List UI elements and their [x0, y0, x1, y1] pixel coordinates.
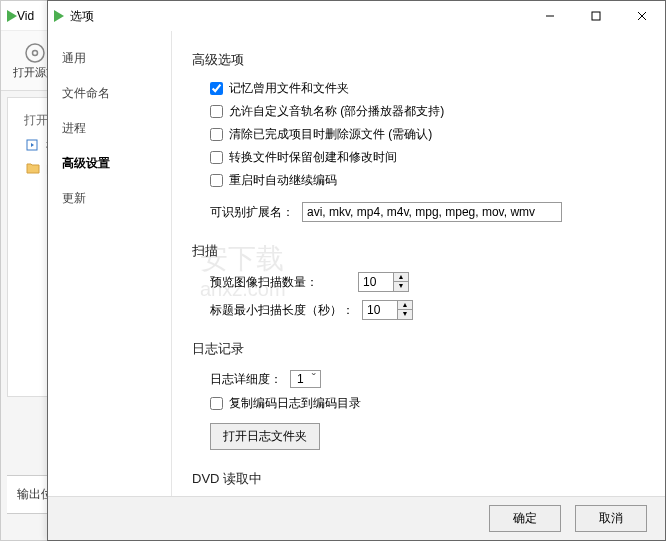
dialog-title: 选项 [70, 8, 94, 25]
min-len-input[interactable] [363, 301, 397, 319]
adv-title: 高级选项 [192, 51, 645, 69]
ext-label: 可识别扩展名： [210, 204, 294, 221]
sidebar-item-general[interactable]: 通用 [48, 41, 171, 76]
remember-checkbox[interactable] [210, 82, 223, 95]
close-button[interactable] [619, 1, 665, 31]
preview-count-spinner[interactable]: ▲▼ [358, 272, 409, 292]
custom-audio-label: 允许自定义音轨名称 (部分播放器都支持) [229, 103, 444, 120]
sidebar-item-process[interactable]: 进程 [48, 111, 171, 146]
keep-times-label: 转换文件时保留创建和修改时间 [229, 149, 397, 166]
spin-up-icon[interactable]: ▲ [394, 273, 408, 282]
open-log-folder-button[interactable]: 打开日志文件夹 [210, 423, 320, 450]
min-len-label: 标题最小扫描长度（秒）： [210, 302, 354, 319]
content-pane: 高级选项 记忆曾用文件和文件夹 允许自定义音轨名称 (部分播放器都支持) 清除已… [172, 31, 665, 496]
window-controls [527, 1, 665, 31]
ext-input[interactable] [302, 202, 562, 222]
dialog-footer: 确定 取消 [48, 496, 665, 540]
dialog-titlebar: 选项 [48, 1, 665, 31]
copy-log-label: 复制编码日志到编码目录 [229, 395, 361, 412]
min-len-spinner[interactable]: ▲▼ [362, 300, 413, 320]
options-dialog: 选项 通用 文件命名 进程 高级设置 更新 高级选项 记忆曾用文件和文件夹 允许… [47, 0, 666, 541]
auto-continue-label: 重启时自动继续编码 [229, 172, 337, 189]
verbosity-select[interactable]: 1 [290, 370, 321, 388]
copy-log-checkbox[interactable] [210, 397, 223, 410]
preview-count-label: 预览图像扫描数量： [210, 274, 350, 291]
ok-button[interactable]: 确定 [489, 505, 561, 532]
dialog-icon [54, 10, 64, 22]
keep-times-checkbox[interactable] [210, 151, 223, 164]
sidebar: 通用 文件命名 进程 高级设置 更新 [48, 31, 172, 496]
sidebar-item-advanced[interactable]: 高级设置 [48, 146, 171, 181]
folder-icon [26, 161, 40, 178]
preview-count-input[interactable] [359, 273, 393, 291]
clear-src-checkbox[interactable] [210, 128, 223, 141]
cancel-button[interactable]: 取消 [575, 505, 647, 532]
svg-point-1 [33, 51, 38, 56]
clear-src-label: 清除已完成项目时删除源文件 (需确认) [229, 126, 432, 143]
remember-label: 记忆曾用文件和文件夹 [229, 80, 349, 97]
maximize-button[interactable] [573, 1, 619, 31]
app-title: Vid [17, 9, 34, 23]
spin-up-icon[interactable]: ▲ [398, 301, 412, 310]
minimize-button[interactable] [527, 1, 573, 31]
video-file-icon [26, 138, 40, 155]
app-icon [7, 10, 17, 22]
sidebar-item-update[interactable]: 更新 [48, 181, 171, 216]
custom-audio-checkbox[interactable] [210, 105, 223, 118]
verbosity-label: 日志详细度： [210, 371, 282, 388]
disc-icon [23, 41, 47, 65]
svg-rect-5 [592, 12, 600, 20]
log-title: 日志记录 [192, 340, 645, 358]
scan-title: 扫描 [192, 242, 645, 260]
svg-point-0 [26, 44, 44, 62]
spin-down-icon[interactable]: ▼ [398, 310, 412, 319]
spin-down-icon[interactable]: ▼ [394, 282, 408, 291]
dvd-title: DVD 读取中 [192, 470, 645, 488]
sidebar-item-naming[interactable]: 文件命名 [48, 76, 171, 111]
auto-continue-checkbox[interactable] [210, 174, 223, 187]
